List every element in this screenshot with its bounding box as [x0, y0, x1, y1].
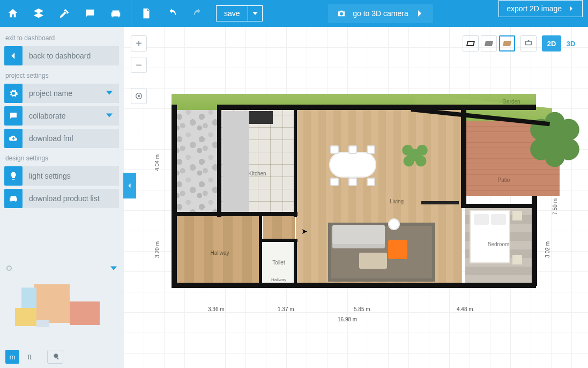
- wall[interactable]: [172, 105, 177, 287]
- download-fml-item[interactable]: download fml: [4, 129, 119, 148]
- center-view-button[interactable]: [131, 88, 147, 104]
- project-name-item[interactable]: project name: [4, 84, 119, 103]
- svg-point-15: [545, 148, 565, 167]
- floorplan-canvas[interactable]: + − 2D 3D 1.92 m 3.54 m 5.85 m 4.48 m 3.…: [123, 27, 588, 368]
- dining-chair[interactable]: [367, 178, 375, 186]
- svg-point-7: [403, 156, 414, 166]
- svg-point-6: [416, 145, 427, 156]
- room-label-hallway: Hallway: [210, 250, 229, 256]
- unit-meters-button[interactable]: m: [5, 350, 19, 364]
- dimension-right-2: 7.50 m: [552, 198, 558, 215]
- light-settings-label: light settings: [23, 172, 119, 180]
- dimension-left-2: 3.20 m: [154, 241, 160, 258]
- collapse-sidebar-button[interactable]: [123, 173, 136, 198]
- unit-feet-button[interactable]: ft: [23, 350, 36, 364]
- nightstand[interactable]: [512, 255, 522, 264]
- divider: [131, 0, 131, 27]
- wall[interactable]: [532, 196, 537, 286]
- mini-map-header: [0, 262, 123, 275]
- wall[interactable]: [172, 212, 297, 216]
- magic-wand-button[interactable]: [47, 350, 63, 364]
- light-settings-item[interactable]: light settings: [4, 166, 119, 186]
- nightstand[interactable]: [512, 211, 522, 220]
- display-settings-button[interactable]: [520, 35, 537, 51]
- mini-map-shape: [21, 288, 36, 309]
- dining-chair[interactable]: [348, 145, 357, 154]
- room-stone-patio[interactable]: [175, 110, 219, 213]
- coffee-table[interactable]: [359, 253, 387, 269]
- style-textured-button[interactable]: [499, 35, 515, 51]
- new-file-icon[interactable]: [133, 0, 159, 27]
- zoom-out-button[interactable]: −: [131, 57, 147, 73]
- wall[interactable]: [217, 105, 221, 217]
- round-side-table[interactable]: [388, 218, 400, 230]
- home-icon[interactable]: [0, 0, 26, 27]
- back-to-dashboard-button[interactable]: back to dashboard: [4, 46, 119, 65]
- view-3d-button[interactable]: 3D: [561, 35, 580, 51]
- download-products-label: download product list: [23, 194, 119, 203]
- cloud-download-icon: [4, 129, 23, 148]
- wall[interactable]: [294, 110, 297, 217]
- room-label-toilet: Toilet: [272, 260, 285, 266]
- export-2d-image-button[interactable]: export 2D image: [498, 0, 583, 17]
- mini-map-shape: [34, 284, 70, 323]
- room-label-hallway2: Hallway: [271, 277, 286, 282]
- dining-table[interactable]: [330, 153, 375, 176]
- tv-unit[interactable]: [421, 201, 459, 204]
- orange-armchair[interactable]: [388, 240, 407, 259]
- units-toggle: m ft: [5, 345, 119, 368]
- save-dropdown[interactable]: [248, 5, 263, 21]
- layers-icon[interactable]: [26, 0, 51, 27]
- collaborate-item[interactable]: collaborate: [4, 106, 119, 126]
- wall[interactable]: [461, 204, 536, 208]
- dining-chair[interactable]: [367, 145, 375, 154]
- style-outline-button[interactable]: [463, 35, 479, 51]
- chevron-right-icon: [568, 5, 575, 12]
- style-shaded-button[interactable]: [481, 35, 497, 51]
- floorplan-drawing[interactable]: Kitchen Living Hallway Toilet Hallway Be…: [172, 94, 536, 292]
- dining-chair[interactable]: [330, 145, 339, 154]
- dimension-left-1: 4.04 m: [154, 154, 160, 171]
- mini-map-shape: [70, 301, 100, 325]
- redo-icon[interactable]: [185, 0, 211, 27]
- chevron-right-icon: [415, 9, 425, 18]
- go-to-3d-camera-button[interactable]: go to 3D camera: [328, 4, 433, 23]
- build-icon[interactable]: [51, 0, 77, 27]
- furniture-icon: [4, 189, 23, 208]
- tree-icon[interactable]: [525, 110, 584, 169]
- kitchen-stove[interactable]: [249, 111, 273, 124]
- wall[interactable]: [260, 239, 297, 242]
- dining-chair[interactable]: [348, 178, 357, 186]
- chevron-down-icon: [106, 89, 119, 98]
- living-sofa[interactable]: [332, 225, 385, 248]
- bed[interactable]: [470, 210, 510, 263]
- dimension-bot-1: 3.36 m: [208, 306, 225, 312]
- wall[interactable]: [217, 105, 536, 110]
- kitchen-counter[interactable]: [222, 111, 249, 213]
- svg-rect-2: [526, 41, 532, 45]
- export-button-label: export 2D image: [507, 4, 562, 13]
- dimension-bot-2: 1.37 m: [278, 306, 294, 312]
- chat-icon[interactable]: [77, 0, 103, 27]
- chat-icon: [4, 106, 23, 126]
- collaborate-label: collaborate: [23, 112, 106, 120]
- floor-indicator-icon: [6, 266, 12, 271]
- wall[interactable]: [172, 283, 536, 288]
- mini-map-canvas: [10, 276, 114, 337]
- dining-chair[interactable]: [330, 178, 339, 186]
- furniture-icon[interactable]: [103, 0, 129, 27]
- wall[interactable]: [294, 239, 297, 285]
- mini-map-shape: [36, 320, 49, 327]
- zoom-in-button[interactable]: +: [131, 35, 147, 51]
- plant-icon[interactable]: [397, 137, 433, 173]
- view-2d-button[interactable]: 2D: [542, 35, 561, 51]
- wall[interactable]: [259, 216, 262, 285]
- wall[interactable]: [461, 110, 466, 207]
- save-button[interactable]: save: [216, 5, 248, 21]
- download-product-list-item[interactable]: download product list: [4, 189, 119, 208]
- undo-icon[interactable]: [159, 0, 185, 27]
- floor-mini-map[interactable]: [0, 262, 123, 342]
- room-corridor[interactable]: [263, 216, 295, 240]
- room-label-garden: Garden: [502, 99, 520, 105]
- chevron-down-icon[interactable]: [110, 265, 117, 271]
